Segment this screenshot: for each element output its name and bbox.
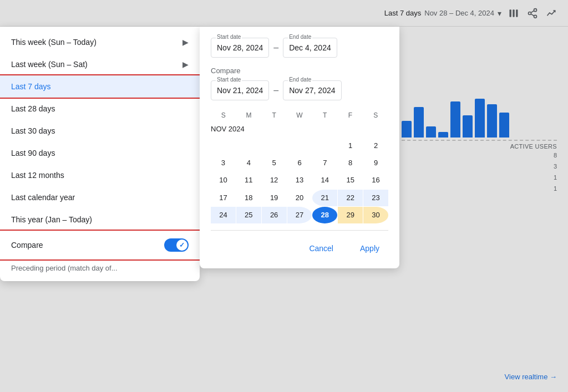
calendar-day-12[interactable]: 12: [262, 172, 287, 189]
date-list-item-last-30-days[interactable]: Last 30 days: [0, 120, 200, 142]
dow-header-1: M: [236, 109, 262, 121]
dow-header-5: F: [338, 109, 363, 121]
date-list-item-label: Last 7 days: [11, 82, 51, 91]
date-list-item-label: Last week (Sun – Sat): [11, 60, 88, 69]
compare-start-value: Nov 21, 2024: [217, 86, 263, 95]
action-row: Cancel Apply: [211, 230, 388, 257]
calendar-day-empty: [287, 138, 312, 154]
compare-date-separator: –: [273, 85, 278, 95]
calendar-day-16[interactable]: 16: [363, 172, 388, 189]
chevron-right-icon: ▶: [182, 38, 189, 47]
calendar-day-10[interactable]: 10: [211, 172, 236, 189]
dow-header-3: W: [287, 109, 312, 121]
calendar-grid: 1234567891011121314151617181920212223242…: [211, 138, 388, 223]
end-date-label: End date: [288, 34, 312, 40]
dow-header-4: T: [312, 109, 338, 121]
calendar-day-5[interactable]: 5: [262, 155, 287, 171]
toggle-track: ✓: [164, 238, 189, 252]
calendar-day-24[interactable]: 24: [211, 207, 236, 223]
date-list-item-this-week[interactable]: This week (Sun – Today)▶: [0, 31, 200, 53]
compare-end-label: End date: [288, 77, 312, 83]
calendar-day-8[interactable]: 8: [338, 155, 363, 171]
calendar-day-2[interactable]: 2: [363, 138, 388, 154]
date-list-item-label: Last 12 months: [11, 171, 64, 180]
end-date-input[interactable]: End date Dec 4, 2024: [283, 38, 337, 58]
compare-date-inputs: Start date Nov 21, 2024 – End date Nov 2…: [211, 80, 388, 100]
date-list-item-label: Last 28 days: [11, 104, 55, 113]
calendar-day-25[interactable]: 25: [236, 207, 261, 223]
compare-title: Compare: [211, 67, 388, 75]
dow-header-0: S: [211, 109, 236, 121]
date-list-item-last-7-days[interactable]: Last 7 days: [0, 75, 200, 98]
calendar-day-19[interactable]: 19: [262, 190, 287, 206]
dow-header-2: T: [261, 109, 287, 121]
calendar-dow-row: SMTWTFS: [211, 109, 388, 121]
calendar-day-18[interactable]: 18: [236, 190, 261, 206]
compare-toggle-row[interactable]: Compare ✓: [0, 231, 200, 259]
date-list-item-last-28-days[interactable]: Last 28 days: [0, 98, 200, 120]
calendar-month-label: NOV 2024: [211, 125, 388, 133]
compare-start-label: Start date: [216, 77, 242, 83]
calendar-day-empty: [312, 138, 337, 154]
calendar-day-11[interactable]: 11: [236, 172, 261, 189]
toggle-check-icon: ✓: [179, 241, 185, 249]
calendar-day-23[interactable]: 23: [363, 190, 388, 206]
calendar-day-20[interactable]: 20: [287, 190, 312, 206]
toggle-thumb: ✓: [176, 240, 187, 251]
calendar-day-1[interactable]: 1: [338, 138, 363, 154]
start-date-value: Nov 28, 2024: [217, 43, 263, 52]
calendar-day-17[interactable]: 17: [211, 190, 236, 206]
calendar-panel: Start date Nov 28, 2024 – End date Dec 4…: [200, 27, 399, 268]
calendar-day-14[interactable]: 14: [312, 172, 337, 189]
date-list-item-label: Last 30 days: [11, 126, 55, 135]
calendar-day-13[interactable]: 13: [287, 172, 312, 189]
date-range-list-panel: This week (Sun – Today)▶Last week (Sun –…: [0, 27, 200, 281]
calendar-day-empty: [211, 138, 236, 154]
calendar-day-21[interactable]: 21: [312, 190, 337, 206]
dow-header-6: S: [363, 109, 388, 121]
compare-section: Compare Start date Nov 21, 2024 – End da…: [211, 67, 388, 100]
date-list-item-last-12-months[interactable]: Last 12 months: [0, 164, 200, 186]
calendar-day-7[interactable]: 7: [312, 155, 337, 171]
cancel-button[interactable]: Cancel: [300, 240, 342, 257]
compare-row-label: Compare: [11, 241, 43, 250]
date-list-item-label: Last 90 days: [11, 149, 55, 157]
compare-end-value: Nov 27, 2024: [289, 86, 335, 95]
calendar-day-28[interactable]: 28: [312, 207, 337, 223]
calendar-day-27[interactable]: 27: [287, 207, 312, 223]
date-list-item-last-calendar-year[interactable]: Last calendar year: [0, 186, 200, 208]
calendar-day-4[interactable]: 4: [236, 155, 261, 171]
calendar-day-9[interactable]: 9: [363, 155, 388, 171]
calendar-day-15[interactable]: 15: [338, 172, 363, 189]
end-date-value: Dec 4, 2024: [289, 43, 331, 52]
calendar-day-6[interactable]: 6: [287, 155, 312, 171]
calendar-day-26[interactable]: 26: [262, 207, 287, 223]
calendar-day-22[interactable]: 22: [338, 190, 363, 206]
date-list-item-last-week[interactable]: Last week (Sun – Sat)▶: [0, 53, 200, 75]
calendar-day-empty: [236, 138, 261, 154]
date-list-item-last-90-days[interactable]: Last 90 days: [0, 142, 200, 164]
start-date-label: Start date: [216, 34, 242, 40]
compare-end-date-input[interactable]: End date Nov 27, 2024: [283, 80, 341, 100]
calendar-day-empty: [262, 138, 287, 154]
start-date-input[interactable]: Start date Nov 28, 2024: [211, 38, 269, 58]
calendar-day-3[interactable]: 3: [211, 155, 236, 171]
chevron-right-icon: ▶: [182, 60, 189, 69]
date-separator: –: [273, 43, 278, 53]
date-list-item-label: Last calendar year: [11, 193, 75, 202]
date-list-item-label: This year (Jan – Today): [11, 215, 92, 224]
date-list-item-this-year[interactable]: This year (Jan – Today): [0, 208, 200, 231]
calendar-day-29[interactable]: 29: [338, 207, 363, 223]
compare-start-date-input[interactable]: Start date Nov 21, 2024: [211, 80, 269, 100]
apply-button[interactable]: Apply: [351, 240, 388, 257]
compare-hint-text: Preceding period (match day of...: [0, 259, 200, 277]
calendar-day-30[interactable]: 30: [363, 207, 388, 223]
compare-toggle[interactable]: ✓: [164, 238, 189, 252]
calendar: SMTWTFS NOV 2024 12345678910111213141516…: [211, 109, 388, 223]
date-list-item-label: This week (Sun – Today): [11, 38, 97, 47]
primary-date-inputs: Start date Nov 28, 2024 – End date Dec 4…: [211, 38, 388, 58]
